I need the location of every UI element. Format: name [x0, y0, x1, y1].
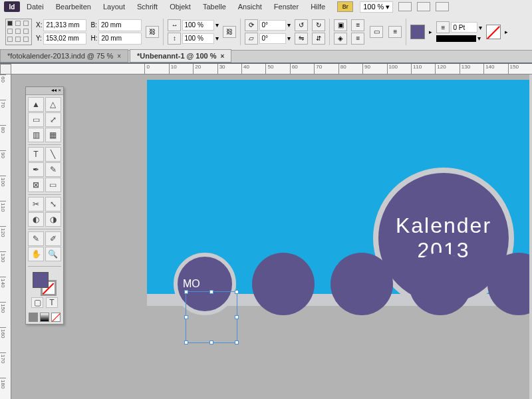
stroke-swatch-none[interactable] [486, 25, 501, 39]
y-input[interactable] [43, 33, 86, 45]
apply-color[interactable] [29, 313, 38, 322]
chevron-down-icon[interactable]: ▾ [287, 35, 291, 42]
chevron-down-icon[interactable]: ▾ [477, 35, 481, 42]
gradient-feather-tool[interactable]: ◑ [45, 212, 61, 227]
scale-y-icon: ↕ [168, 33, 181, 45]
select-container-icon[interactable]: ▣ [334, 19, 347, 31]
panel-collapse[interactable]: ◂◂ × [26, 87, 63, 95]
menu-edit[interactable]: Bearbeiten [51, 1, 96, 12]
arrange-icon[interactable] [436, 2, 449, 11]
menu-window[interactable]: Fenster [269, 1, 304, 12]
rotate-cw-icon[interactable]: ↻ [312, 19, 325, 31]
bridge-button[interactable]: Br [337, 1, 353, 12]
ruler-origin[interactable] [0, 64, 11, 74]
fill-swatch[interactable] [410, 25, 425, 39]
line-tool[interactable]: ╲ [45, 147, 61, 162]
constrain-scale-icon[interactable]: ⛓ [223, 26, 236, 38]
zoom-level[interactable]: 100 % ▾ [360, 1, 393, 13]
flip-v-icon[interactable]: ⇵ [312, 33, 325, 45]
formatting-container-icon[interactable]: ▢ [31, 297, 43, 308]
resize-handle[interactable] [209, 340, 213, 344]
resize-handle[interactable] [184, 290, 188, 294]
resize-handle[interactable] [209, 290, 213, 294]
close-icon[interactable]: × [117, 53, 121, 60]
selection-box[interactable] [186, 291, 237, 343]
direct-selection-tool[interactable]: △ [45, 97, 61, 112]
fill-color[interactable] [33, 272, 49, 288]
vertical-ruler[interactable]: 60 70 80 90 100 110 120 130 140 150 160 … [0, 74, 11, 399]
resize-handle[interactable] [184, 340, 188, 344]
rotate-ccw-icon[interactable]: ↺ [295, 19, 308, 31]
page-tool[interactable]: ▭ [28, 112, 44, 127]
day-circle[interactable] [409, 253, 471, 315]
chevron-down-icon[interactable]: ▾ [287, 21, 291, 29]
stroke-style[interactable] [436, 35, 476, 42]
view-options-icon[interactable] [398, 2, 412, 11]
menu-help[interactable]: Hilfe [305, 1, 331, 12]
align-left-icon[interactable]: ≡ [351, 19, 364, 31]
selection-tool[interactable]: ▲ [28, 97, 44, 112]
tab-fotokalender[interactable]: *fotokalender-2013.indd @ 75 %× [0, 49, 128, 63]
hand-tool[interactable]: ✋ [28, 247, 44, 261]
pen-tool[interactable]: ✒ [28, 162, 44, 177]
text-wrap-icon[interactable]: ▭ [370, 26, 383, 38]
menu-file[interactable]: Datei [21, 1, 49, 12]
align-icon[interactable]: ≡ [388, 26, 402, 38]
reference-point[interactable] [5, 19, 32, 45]
apply-gradient[interactable] [40, 313, 49, 322]
menu-type[interactable]: Schrift [132, 1, 163, 12]
rotate-input[interactable] [259, 20, 286, 31]
resize-handle[interactable] [235, 315, 239, 319]
apply-none[interactable] [51, 313, 61, 322]
shear-input[interactable] [259, 33, 286, 44]
chevron-right-icon[interactable]: ▸ [505, 29, 508, 35]
free-transform-tool[interactable]: ⤡ [45, 197, 61, 211]
horizontal-ruler[interactable]: 0 10 20 30 40 50 60 70 80 90 100 110 120… [11, 64, 532, 74]
resize-handle[interactable] [235, 290, 239, 294]
type-tool[interactable]: T [28, 147, 44, 162]
tab-unbenannt[interactable]: *Unbenannt-1 @ 100 %× [130, 49, 231, 63]
formatting-text-icon[interactable]: T [46, 297, 58, 308]
menu-object[interactable]: Objekt [164, 1, 196, 12]
scale-y-input[interactable] [182, 33, 214, 44]
select-content-icon[interactable]: ◈ [334, 33, 347, 45]
flip-h-icon[interactable]: ⇋ [295, 33, 308, 45]
chevron-down-icon[interactable]: ▾ [479, 24, 482, 31]
screen-mode-icon[interactable] [417, 2, 430, 11]
constrain-icon[interactable]: ⛓ [146, 26, 159, 38]
pencil-tool[interactable]: ✎ [45, 162, 61, 177]
resize-handle[interactable] [235, 340, 239, 344]
gradient-swatch-tool[interactable]: ◐ [28, 212, 44, 227]
tools-panel[interactable]: ◂◂ × ▲ △ ▭ ⤢ ▥ ▦ T ╲ ✒ ✎ ⊠ ▭ ✂ ⤡ ◐ ◑ ✎ ✐… [25, 86, 64, 325]
resize-handle[interactable] [184, 315, 188, 319]
rectangle-tool[interactable]: ▭ [45, 178, 61, 192]
chevron-right-icon[interactable]: ▸ [429, 29, 432, 35]
eyedropper-tool[interactable]: ✐ [45, 231, 61, 246]
shear-icon: ▱ [245, 33, 258, 45]
close-icon[interactable]: × [221, 53, 225, 60]
menu-table[interactable]: Tabelle [198, 1, 231, 12]
align-center-icon[interactable]: ≡ [351, 33, 364, 45]
chevron-down-icon[interactable]: ▾ [215, 35, 219, 42]
menu-view[interactable]: Ansicht [233, 1, 267, 12]
zoom-tool[interactable]: 🔍 [45, 247, 61, 261]
day-circle[interactable] [331, 253, 393, 315]
content-collector-tool[interactable]: ▥ [28, 128, 44, 142]
chevron-down-icon[interactable]: ▾ [215, 21, 219, 29]
rectangle-frame-tool[interactable]: ⊠ [28, 178, 44, 192]
height-input[interactable] [98, 33, 142, 45]
fill-stroke-swatch[interactable] [33, 272, 57, 296]
menu-layout[interactable]: Layout [98, 1, 130, 12]
day-circle[interactable] [252, 253, 315, 315]
x-input[interactable] [43, 19, 86, 31]
scissors-tool[interactable]: ✂ [28, 197, 44, 211]
content-placer-tool[interactable]: ▦ [45, 128, 61, 142]
page[interactable]: Kalender 2013 MO [147, 80, 532, 306]
width-input[interactable] [98, 19, 142, 31]
scale-x-input[interactable] [182, 20, 214, 31]
gap-tool[interactable]: ⤢ [45, 112, 61, 127]
stroke-weight-input[interactable] [451, 22, 477, 33]
note-tool[interactable]: ✎ [28, 231, 44, 246]
vertical-scrollbar[interactable] [529, 74, 532, 399]
canvas[interactable]: Kalender 2013 MO [11, 74, 532, 399]
